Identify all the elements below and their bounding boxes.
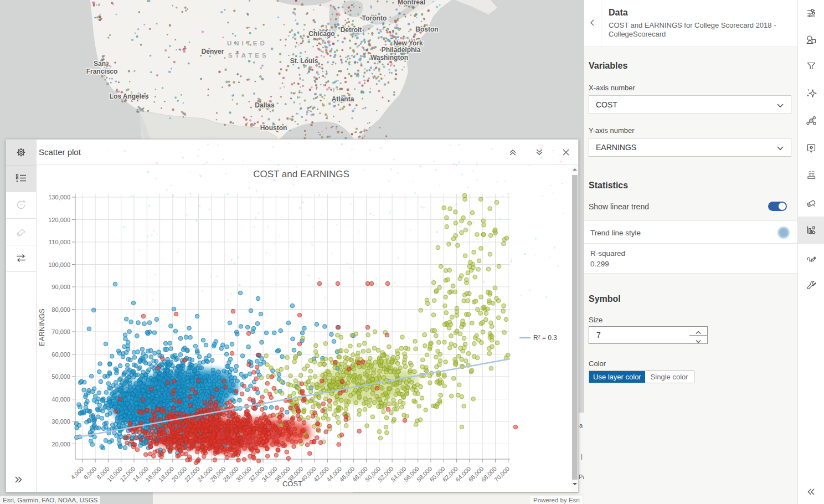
svg-text:Dallas: Dallas — [255, 101, 275, 109]
svg-text:COST and EARNINGS: COST and EARNINGS — [253, 169, 349, 179]
svg-text:Los Angeles: Los Angeles — [110, 92, 149, 100]
svg-text:120,000: 120,000 — [48, 217, 70, 223]
svg-text:100,000: 100,000 — [48, 261, 70, 268]
svg-text:40,000: 40,000 — [51, 396, 70, 403]
svg-text:Denver: Denver — [202, 48, 224, 55]
svg-text:Montreal: Montreal — [398, 0, 425, 6]
svg-text:Detroit: Detroit — [341, 26, 362, 34]
svg-text:4,000: 4,000 — [69, 465, 85, 481]
svg-text:San: San — [94, 60, 106, 68]
svg-text:90,000: 90,000 — [51, 284, 70, 290]
svg-text:Francisco: Francisco — [86, 68, 118, 75]
svg-text:Washington: Washington — [370, 54, 408, 61]
svg-text:80,000: 80,000 — [51, 306, 70, 313]
svg-text:70,000: 70,000 — [51, 328, 70, 335]
svg-text:130,000: 130,000 — [48, 194, 70, 200]
svg-text:EARNINGS: EARNINGS — [38, 308, 46, 346]
svg-text:COST: COST — [282, 480, 302, 488]
svg-text:110,000: 110,000 — [49, 239, 70, 245]
svg-text:STATES: STATES — [228, 52, 269, 59]
svg-text:20,000: 20,000 — [51, 441, 70, 448]
svg-text:R² = 0.3: R² = 0.3 — [533, 334, 557, 342]
svg-text:Chicago: Chicago — [308, 30, 334, 38]
svg-text:St. Louis: St. Louis — [290, 57, 318, 65]
svg-text:Atlanta: Atlanta — [332, 95, 354, 103]
svg-text:30,000: 30,000 — [51, 418, 70, 425]
svg-text:Philadelphia: Philadelphia — [382, 46, 421, 54]
svg-text:Houston: Houston — [260, 124, 287, 132]
svg-text:50,000: 50,000 — [51, 373, 70, 380]
svg-text:Toronto: Toronto — [362, 14, 387, 22]
svg-text:6,000: 6,000 — [83, 465, 98, 481]
svg-text:60,000: 60,000 — [51, 351, 70, 358]
svg-text:UNITED: UNITED — [227, 40, 267, 47]
svg-text:Boston: Boston — [415, 25, 438, 33]
